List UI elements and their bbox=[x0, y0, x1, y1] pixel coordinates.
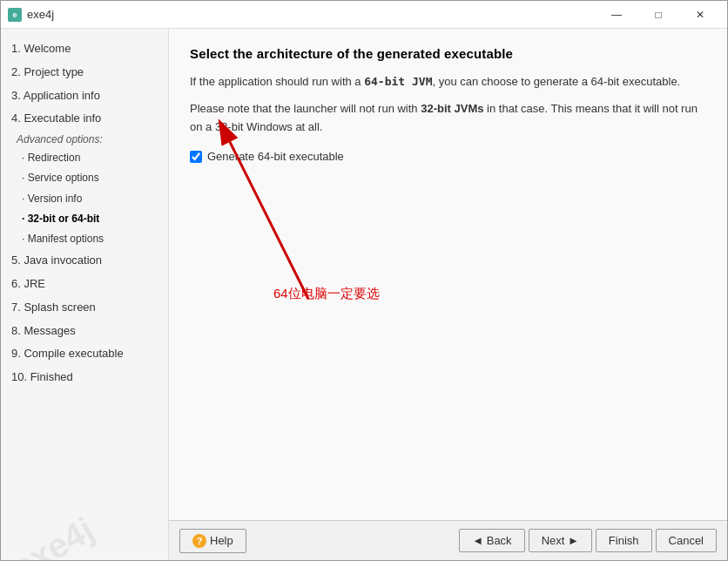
sidebar-item-jre[interactable]: 6. JRE bbox=[1, 273, 168, 296]
window-body: 1. Welcome 2. Project type 3. Applicatio… bbox=[1, 29, 727, 560]
bottom-bar-right: ◄ Back Next ► Finish Cancel bbox=[459, 529, 717, 552]
finish-label: Finish bbox=[609, 534, 639, 547]
finish-button[interactable]: Finish bbox=[596, 529, 652, 552]
sidebar-item-messages[interactable]: 8. Messages bbox=[1, 320, 168, 343]
annotation-arrow bbox=[186, 116, 361, 308]
watermark: exe4j bbox=[5, 510, 100, 560]
sidebar-item-version-info[interactable]: · Version info bbox=[1, 189, 168, 209]
generate-64bit-checkbox[interactable] bbox=[190, 151, 202, 163]
title-bar-left: e exe4j bbox=[8, 8, 54, 22]
sidebar-item-32-64-bit[interactable]: · 32-bit or 64-bit bbox=[1, 209, 168, 229]
help-button[interactable]: ? Help bbox=[179, 529, 246, 553]
sidebar-item-exec-info[interactable]: 4. Executable info bbox=[1, 107, 168, 131]
maximize-button[interactable]: □ bbox=[638, 1, 678, 29]
page-title: Select the architecture of the generated… bbox=[190, 46, 706, 61]
close-button[interactable]: ✕ bbox=[680, 1, 720, 29]
sidebar-item-project-type[interactable]: 2. Project type bbox=[1, 61, 168, 84]
sidebar-item-splash-screen[interactable]: 7. Splash screen bbox=[1, 296, 168, 320]
bottom-bar: ? Help ◄ Back Next ► Finish Canc bbox=[169, 520, 727, 560]
app-icon: e bbox=[8, 8, 22, 22]
main-window: e exe4j — □ ✕ 1. Welcome 2. Project type… bbox=[0, 0, 728, 561]
help-label: Help bbox=[210, 534, 233, 547]
content-area: Select the architecture of the generated… bbox=[169, 29, 727, 520]
sidebar-item-finished[interactable]: 10. Finished bbox=[1, 366, 168, 389]
minimize-button[interactable]: — bbox=[597, 1, 637, 29]
next-label: Next ► bbox=[542, 534, 579, 547]
sidebar-item-app-info[interactable]: 3. Application info bbox=[1, 84, 168, 108]
sidebar-item-manifest-options[interactable]: · Manifest options bbox=[1, 229, 168, 249]
sidebar-item-compile[interactable]: 9. Compile executable bbox=[1, 342, 168, 366]
generate-64bit-row: Generate 64-bit executable bbox=[190, 150, 706, 163]
cancel-button[interactable]: Cancel bbox=[656, 529, 717, 552]
help-icon: ? bbox=[192, 534, 206, 548]
back-button[interactable]: ◄ Back bbox=[459, 529, 524, 552]
chinese-annotation: 64位电脑一定要选 bbox=[273, 286, 380, 302]
sidebar-item-java-invocation[interactable]: 5. Java invocation bbox=[1, 249, 168, 273]
window-title: exe4j bbox=[27, 8, 54, 21]
next-button[interactable]: Next ► bbox=[529, 529, 592, 552]
generate-64bit-label[interactable]: Generate 64-bit executable bbox=[207, 150, 344, 163]
sidebar-item-welcome[interactable]: 1. Welcome bbox=[1, 37, 168, 61]
sidebar-item-redirection[interactable]: · Redirection bbox=[1, 148, 168, 168]
sidebar-item-service-options[interactable]: · Service options bbox=[1, 168, 168, 188]
sidebar: 1. Welcome 2. Project type 3. Applicatio… bbox=[1, 29, 169, 560]
title-bar-controls: — □ ✕ bbox=[597, 1, 720, 29]
bottom-bar-left: ? Help bbox=[179, 529, 246, 553]
main-content: Select the architecture of the generated… bbox=[169, 29, 727, 560]
note-paragraph2: Please note that the launcher will not r… bbox=[190, 100, 706, 137]
sidebar-advanced-options-label: Advanced options: bbox=[1, 131, 168, 148]
back-label: ◄ Back bbox=[472, 534, 511, 547]
description-paragraph1: If the application should run with a 64-… bbox=[190, 73, 706, 91]
cancel-label: Cancel bbox=[669, 534, 704, 547]
svg-line-1 bbox=[230, 142, 308, 299]
title-bar: e exe4j — □ ✕ bbox=[1, 1, 727, 29]
